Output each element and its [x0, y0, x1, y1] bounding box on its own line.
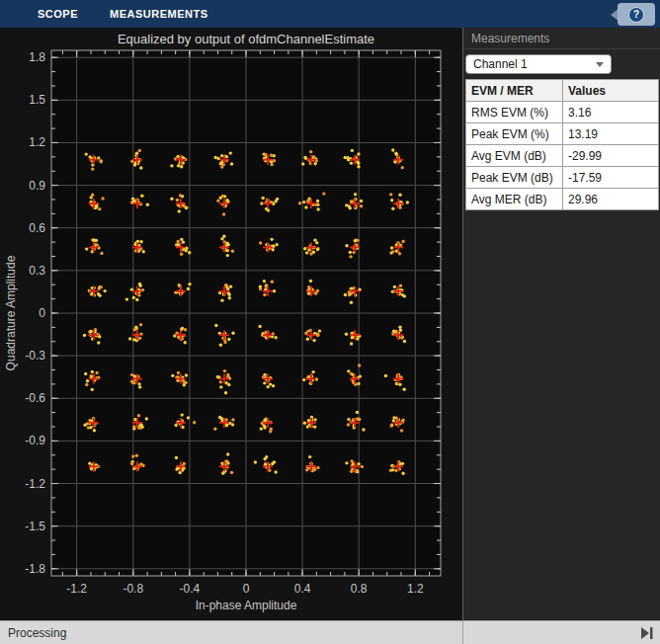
table-header-row: EVM / MERValues [466, 80, 659, 102]
svg-text:-0.4: -0.4 [180, 582, 201, 596]
status-bar: Processing [0, 620, 660, 644]
toolstrip: SCOPE MEASUREMENTS ? [0, 0, 660, 28]
table-row: Avg MER (dB)29.96 [466, 189, 659, 210]
table-row: Peak EVM (dB)-17.59 [466, 167, 659, 189]
skip-to-end-icon[interactable] [640, 626, 654, 640]
measurement-label: RMS EVM (%) [466, 102, 563, 123]
svg-text:0.4: 0.4 [294, 582, 311, 596]
table-column-header: Values [563, 80, 659, 102]
measurement-label: Peak EVM (%) [466, 123, 563, 145]
svg-text:-0.3: -0.3 [25, 349, 45, 362]
svg-text:Equalized by output of ofdmCha: Equalized by output of ofdmChannelEstima… [118, 32, 374, 46]
constellation-scope-window: SCOPE MEASUREMENTS ? -1.2-0.8-0.400.40.8… [0, 0, 660, 644]
svg-text:0.9: 0.9 [29, 179, 45, 193]
plot-panel: -1.2-0.8-0.400.40.81.21.81.51.20.90.60.3… [0, 28, 462, 620]
svg-text:0.3: 0.3 [29, 264, 45, 278]
measurements-panel-title: Measurements [463, 28, 660, 49]
measurements-panel: Measurements Channel 1 EVM / MERValues R… [462, 28, 660, 620]
status-text: Processing [8, 626, 66, 640]
status-bar-divider [462, 621, 463, 644]
svg-text:0.8: 0.8 [351, 582, 368, 596]
svg-text:-0.9: -0.9 [25, 434, 45, 447]
svg-text:0: 0 [39, 306, 45, 320]
svg-text:In-phase Amplitude: In-phase Amplitude [196, 599, 297, 612]
svg-text:-0.6: -0.6 [25, 391, 45, 405]
constellation-plot: -1.2-0.8-0.400.40.81.21.81.51.20.90.60.3… [0, 28, 462, 620]
table-column-header: EVM / MER [466, 80, 563, 102]
table-row: Avg EVM (dB)-29.99 [466, 145, 659, 167]
svg-text:0.6: 0.6 [29, 221, 45, 235]
svg-text:1.2: 1.2 [29, 135, 45, 149]
measurement-value: 3.16 [563, 102, 659, 123]
svg-text:Quadrature Amplitude: Quadrature Amplitude [4, 255, 18, 370]
measurement-label: Peak EVM (dB) [466, 167, 563, 189]
measurement-value: 29.96 [563, 189, 659, 210]
evm-mer-table: EVM / MERValues RMS EVM (%)3.16Peak EVM … [465, 79, 659, 210]
measurement-value: -17.59 [563, 167, 659, 189]
table-row: RMS EVM (%)3.16 [466, 102, 659, 123]
toolstrip-right-controls: ? [611, 3, 655, 26]
measurement-value: -29.99 [563, 145, 659, 167]
help-button[interactable]: ? [618, 3, 655, 26]
question-mark-icon: ? [628, 7, 644, 23]
channel-dropdown-value: Channel 1 [473, 57, 528, 71]
tab-measurements[interactable]: MEASUREMENTS [94, 0, 224, 28]
channel-dropdown[interactable]: Channel 1 [465, 54, 612, 74]
svg-text:-1.2: -1.2 [66, 582, 87, 596]
svg-text:-1.5: -1.5 [25, 520, 45, 533]
svg-text:1.8: 1.8 [29, 50, 45, 64]
svg-text:1.5: 1.5 [29, 93, 45, 107]
svg-text:-1.8: -1.8 [25, 562, 45, 576]
tab-scope[interactable]: SCOPE [22, 0, 94, 28]
table-row: Peak EVM (%)13.19 [466, 123, 659, 145]
measurement-value: 13.19 [563, 123, 659, 145]
svg-text:-0.8: -0.8 [123, 582, 143, 596]
svg-text:0: 0 [243, 582, 250, 596]
chevron-down-icon [596, 62, 604, 67]
measurement-label: Avg MER (dB) [466, 189, 563, 210]
svg-text:1.2: 1.2 [407, 582, 424, 596]
measurement-label: Avg EVM (dB) [466, 145, 563, 167]
svg-text:-1.2: -1.2 [25, 477, 45, 491]
